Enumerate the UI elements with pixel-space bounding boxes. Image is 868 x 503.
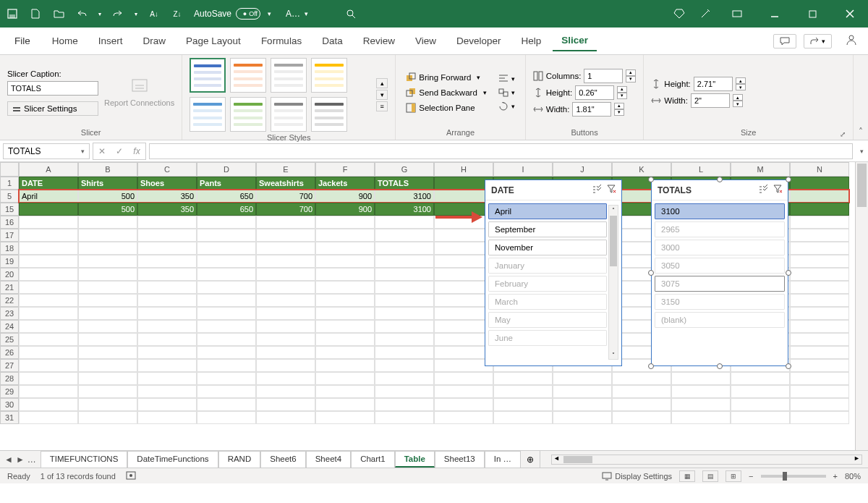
tab-developer[interactable]: Developer xyxy=(448,31,510,51)
row-header[interactable]: 5 xyxy=(0,190,19,203)
cell[interactable]: Pants xyxy=(197,177,256,190)
cell[interactable] xyxy=(197,372,256,385)
cell[interactable] xyxy=(256,216,315,229)
cell[interactable]: 650 xyxy=(197,203,256,216)
slicer-style-5[interactable] xyxy=(190,97,226,132)
slicer-item[interactable]: November xyxy=(488,240,607,255)
name-box[interactable]: TOTALS▾ xyxy=(3,143,90,159)
row-header[interactable]: 1 xyxy=(0,177,19,190)
cell[interactable] xyxy=(553,385,612,398)
cell[interactable] xyxy=(434,398,493,411)
cell[interactable]: 650 xyxy=(197,190,256,203)
cell[interactable] xyxy=(434,372,493,385)
cell[interactable] xyxy=(315,398,375,411)
slicer-style-1[interactable] xyxy=(190,58,226,93)
cell[interactable] xyxy=(375,320,434,333)
tab-page-layout[interactable]: Page Layout xyxy=(177,31,250,51)
cell[interactable]: Sweatshirts xyxy=(256,177,315,190)
cell[interactable] xyxy=(315,255,375,268)
col-header[interactable]: I xyxy=(493,162,553,177)
cell[interactable]: 900 xyxy=(315,190,375,203)
cell[interactable] xyxy=(256,255,315,268)
slicer-item[interactable]: 3075 xyxy=(655,276,785,292)
tab-data[interactable]: Data xyxy=(313,31,352,51)
btn-width-field[interactable]: Width:▴▾ xyxy=(533,102,637,117)
col-header[interactable]: L xyxy=(671,162,731,177)
page-break-view-icon[interactable]: ⊞ xyxy=(726,470,741,482)
rotate-button[interactable]: ▾ xyxy=(495,101,518,112)
add-sheet-icon[interactable]: ⊕ xyxy=(521,455,540,465)
vertical-scrollbar[interactable] xyxy=(855,162,868,450)
cell[interactable] xyxy=(78,372,137,385)
cell[interactable] xyxy=(790,320,849,333)
slicer-style-6[interactable] xyxy=(230,97,266,132)
cell[interactable] xyxy=(315,229,375,242)
cell[interactable] xyxy=(493,398,553,411)
row-header[interactable]: 18 xyxy=(0,242,19,255)
collapse-ribbon-icon[interactable]: ˄ xyxy=(854,55,868,140)
cell[interactable] xyxy=(197,320,256,333)
slicer-settings-button[interactable]: Slicer Settings xyxy=(7,101,98,116)
align-button[interactable]: ▾ xyxy=(495,73,518,85)
slicer-item[interactable]: June xyxy=(488,330,607,346)
insert-function-icon[interactable]: fx xyxy=(128,143,145,159)
cell[interactable] xyxy=(137,385,197,398)
cell[interactable] xyxy=(315,307,375,320)
cell[interactable]: 3100 xyxy=(375,203,434,216)
cell[interactable] xyxy=(375,346,434,359)
cell[interactable] xyxy=(19,229,78,242)
bring-forward-button[interactable]: Bring Forward▾ xyxy=(403,71,490,84)
cell[interactable] xyxy=(197,398,256,411)
select-all-corner[interactable] xyxy=(0,162,19,177)
sheet-nav-prev-icon[interactable]: ◄ xyxy=(4,455,13,465)
table-row[interactable] xyxy=(19,398,849,411)
columns-field[interactable]: Columns:▴▾ xyxy=(533,69,637,83)
cell[interactable] xyxy=(790,411,849,424)
col-header[interactable]: N xyxy=(790,162,849,177)
row-header[interactable]: 20 xyxy=(0,268,19,281)
cell[interactable] xyxy=(612,411,671,424)
cell[interactable] xyxy=(256,307,315,320)
cell[interactable] xyxy=(256,229,315,242)
slicer-item[interactable]: 3100 xyxy=(655,203,785,219)
cell[interactable] xyxy=(553,411,612,424)
cell[interactable] xyxy=(78,216,137,229)
table-row[interactable] xyxy=(19,385,849,398)
slicer-item[interactable]: February xyxy=(488,276,607,292)
cell[interactable] xyxy=(375,281,434,294)
cell[interactable] xyxy=(493,385,553,398)
cell[interactable] xyxy=(197,359,256,372)
cell[interactable]: Shoes xyxy=(137,177,197,190)
col-header[interactable]: J xyxy=(553,162,612,177)
row-header[interactable]: 25 xyxy=(0,333,19,346)
cell[interactable]: 900 xyxy=(315,203,375,216)
sheet-tab[interactable]: Sheet6 xyxy=(260,451,305,468)
cell[interactable] xyxy=(256,398,315,411)
qat-overflow-icon[interactable]: ▾ xyxy=(268,10,271,17)
cell[interactable] xyxy=(197,255,256,268)
cancel-formula-icon[interactable]: ✕ xyxy=(93,143,111,159)
save-icon[interactable] xyxy=(6,7,19,20)
row-header[interactable]: 19 xyxy=(0,255,19,268)
col-header[interactable]: A xyxy=(19,162,78,177)
cell[interactable] xyxy=(434,411,493,424)
cell[interactable]: 700 xyxy=(256,203,315,216)
horizontal-scrollbar[interactable]: ◄► xyxy=(551,455,862,465)
cell[interactable] xyxy=(19,268,78,281)
slicer-totals[interactable]: TOTALS 310029653000305030753150(blank) xyxy=(651,179,788,366)
slicer-style-7[interactable] xyxy=(271,97,307,132)
tab-view[interactable]: View xyxy=(407,31,445,51)
slicer-item[interactable]: March xyxy=(488,294,607,310)
cell[interactable] xyxy=(790,333,849,346)
cell[interactable] xyxy=(78,229,137,242)
row-header[interactable]: 30 xyxy=(0,398,19,411)
cell[interactable] xyxy=(137,216,197,229)
cell[interactable] xyxy=(790,398,849,411)
cell[interactable] xyxy=(315,346,375,359)
selection-pane-button[interactable]: Selection Pane xyxy=(403,101,490,114)
cell[interactable] xyxy=(315,385,375,398)
slicer-item[interactable]: May xyxy=(488,312,607,328)
cell[interactable] xyxy=(790,216,849,229)
slicer-style-4[interactable] xyxy=(311,58,347,93)
cell[interactable] xyxy=(137,229,197,242)
